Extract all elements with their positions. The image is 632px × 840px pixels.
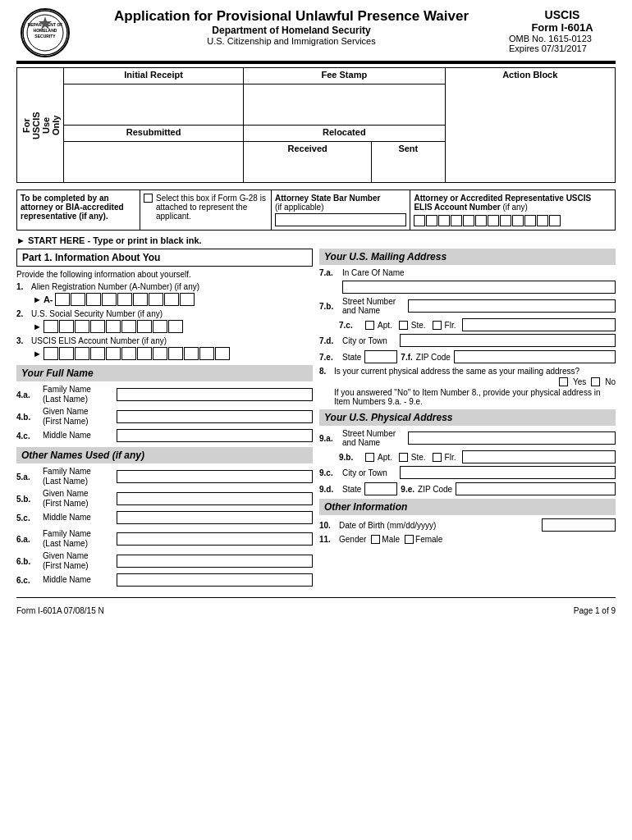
family-name-input[interactable] [117, 388, 313, 401]
a-box-2[interactable] [71, 293, 85, 306]
ssn-box-2[interactable] [59, 320, 74, 333]
ste-label: Ste. [411, 321, 426, 330]
field-7e-label: State [342, 353, 361, 362]
a-box-4[interactable] [102, 293, 117, 306]
header-right: USCIS Form I-601A OMB No. 1615-0123 Expi… [509, 8, 616, 53]
field-4a-num: 4.a. [16, 390, 43, 399]
phys-zip-input[interactable] [456, 482, 616, 495]
a-box-3[interactable] [86, 293, 101, 306]
elis-big-8[interactable] [153, 347, 167, 360]
phys-ste-label: Ste. [411, 453, 426, 462]
a-box-8[interactable] [164, 293, 179, 306]
a-box-6[interactable] [133, 293, 148, 306]
elis-box-8[interactable] [500, 215, 511, 226]
phys-flr-checkbox[interactable] [433, 453, 442, 462]
zip-input[interactable] [454, 350, 616, 363]
elis-big-2[interactable] [59, 347, 74, 360]
attorney-elis-section: Attorney or Accredited Representative US… [410, 190, 615, 230]
bar-label: Attorney State Bar Number (if applicable… [275, 194, 406, 212]
field-8-content: Is your current physical address the sam… [334, 367, 616, 406]
dob-input[interactable] [542, 518, 616, 532]
other-family-name-1-input[interactable] [117, 470, 313, 483]
apt-checkbox[interactable] [365, 321, 374, 330]
ssn-box-5[interactable] [106, 320, 121, 333]
ssn-box-8[interactable] [153, 320, 167, 333]
middle-name-input[interactable] [117, 429, 313, 442]
elis-big-9[interactable] [168, 347, 183, 360]
right-column: Your U.S. Mailing Address 7.a. In Care O… [319, 249, 616, 589]
attorney-section: To be completed by an attorney or BIA-ac… [16, 189, 616, 231]
dept-name: Department of Homeland Security [74, 25, 509, 36]
elis-big-12[interactable] [215, 347, 230, 360]
arrow-3: ► [33, 349, 42, 358]
ssn-box-7[interactable] [137, 320, 152, 333]
elis-box-11[interactable] [537, 215, 548, 226]
elis-big-11[interactable] [199, 347, 214, 360]
elis-big-10[interactable] [184, 347, 199, 360]
other-given-name-1-input[interactable] [117, 492, 313, 505]
other-family-name-2-input[interactable] [117, 532, 313, 546]
ste-checkbox[interactable] [399, 321, 408, 330]
flr-checkbox[interactable] [433, 321, 442, 330]
a-box-9[interactable] [180, 293, 195, 306]
elis-big-6[interactable] [121, 347, 136, 360]
field-8-note: If you answered "No" to Item Number 8., … [334, 388, 616, 406]
city-input[interactable] [400, 334, 616, 347]
phys-street-input[interactable] [408, 431, 616, 445]
received-header: Received [244, 142, 372, 183]
phys-apt-number-input[interactable] [462, 450, 616, 463]
phys-city-input[interactable] [400, 466, 616, 479]
elis-box-4[interactable] [451, 215, 462, 226]
elis-box-5[interactable] [463, 215, 474, 226]
other-given-name-2-input[interactable] [117, 555, 313, 568]
male-checkbox[interactable] [371, 535, 380, 544]
elis-box-12[interactable] [549, 215, 561, 226]
given-name-input[interactable] [117, 410, 313, 423]
a-box-5[interactable] [117, 293, 132, 306]
ssn-box-9[interactable] [168, 320, 183, 333]
attorney-left-label: To be completed by an attorney or BIA-ac… [17, 190, 140, 230]
female-checkbox[interactable] [405, 535, 414, 544]
q8-yes-checkbox[interactable] [559, 377, 568, 386]
field-4b-row: 4.b. Given Name (First Name) [16, 407, 313, 427]
elis-box-6[interactable] [475, 215, 487, 226]
apt-label: Apt. [378, 321, 392, 330]
flr-label: Flr. [445, 321, 456, 330]
elis-box-10[interactable] [524, 215, 536, 226]
bar-number-input[interactable] [275, 213, 406, 226]
other-middle-name-1-input[interactable] [117, 511, 313, 524]
phys-ste-checkbox[interactable] [399, 453, 408, 462]
elis-big-7[interactable] [137, 347, 152, 360]
apt-number-input[interactable] [462, 318, 616, 331]
elis-box-2[interactable] [426, 215, 437, 226]
a-box-1[interactable] [55, 293, 70, 306]
elis-box-9[interactable] [512, 215, 524, 226]
resubmitted-header: Resubmitted [64, 126, 244, 142]
field-3-group: 3. USCIS ELIS Account Number (if any) ► [16, 336, 313, 360]
elis-big-1[interactable] [44, 347, 58, 360]
state-input[interactable] [364, 350, 397, 363]
g28-checkbox[interactable] [144, 194, 153, 203]
elis-box-3[interactable] [438, 215, 450, 226]
elis-big-3[interactable] [75, 347, 89, 360]
a-box-7[interactable] [149, 293, 163, 306]
field-9c-label: City or Town [342, 468, 400, 477]
q8-no-checkbox[interactable] [591, 377, 600, 386]
phys-state-input[interactable] [364, 482, 397, 495]
ssn-box-1[interactable] [44, 320, 58, 333]
elis-big-4[interactable] [90, 347, 105, 360]
attorney-checkbox-label: Select this box if Form G-28 is attached… [156, 194, 268, 221]
part1-intro: Provide the following information about … [16, 270, 313, 279]
phys-apt-checkbox[interactable] [365, 453, 374, 462]
ssn-box-3[interactable] [75, 320, 89, 333]
elis-box-1[interactable] [414, 215, 425, 226]
ssn-box-4[interactable] [90, 320, 105, 333]
ssn-box-6[interactable] [121, 320, 136, 333]
elis-box-7[interactable] [488, 215, 499, 226]
other-middle-name-2-input[interactable] [117, 573, 313, 587]
fee-stamp-field [244, 84, 445, 126]
care-of-input[interactable] [342, 281, 616, 294]
street-number-input[interactable] [408, 299, 616, 313]
a-prefix: A- [44, 294, 53, 304]
elis-big-5[interactable] [106, 347, 121, 360]
